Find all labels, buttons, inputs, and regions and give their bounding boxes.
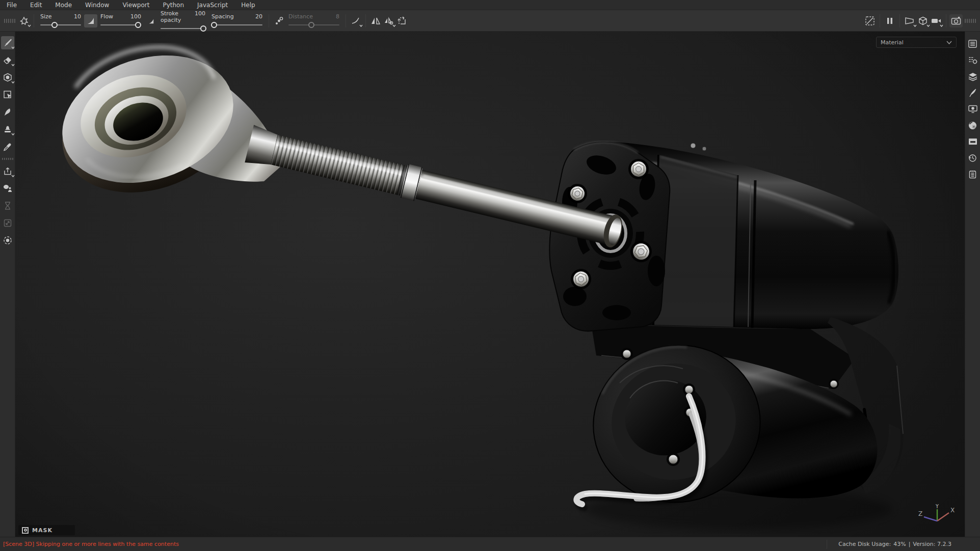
layers-icon xyxy=(968,72,977,81)
smudge-tool-button[interactable] xyxy=(1,105,14,119)
distance-value: 8 xyxy=(336,13,339,20)
flow-slider-knob[interactable] xyxy=(135,22,141,28)
toolbar-separator xyxy=(899,14,900,27)
lazy-mouse-button[interactable] xyxy=(349,14,362,27)
stroke-opacity-value: 100 xyxy=(195,10,205,23)
log-icon xyxy=(969,170,976,179)
toolbar-separator-dots xyxy=(2,157,13,160)
material-picker-tool-button[interactable] xyxy=(1,140,14,153)
mask-badge-label: MASK xyxy=(32,527,52,534)
bracket-bolt xyxy=(830,380,837,388)
camera-view-button[interactable] xyxy=(930,14,943,27)
stroke-falloff-button[interactable] xyxy=(144,14,157,27)
uv-reprojection-button[interactable] xyxy=(395,14,409,27)
x-axis-label: X xyxy=(950,507,955,514)
particles-tool-button xyxy=(1,199,14,212)
menu-file[interactable]: File xyxy=(0,0,23,10)
menu-edit[interactable]: Edit xyxy=(23,0,48,10)
history-clock-icon xyxy=(968,154,977,162)
shader-settings-panel-button[interactable] xyxy=(967,119,979,131)
chevron-down-icon xyxy=(11,81,15,84)
eyedropper-icon xyxy=(3,143,12,151)
assets-panel-button[interactable] xyxy=(967,87,979,99)
screenshot-button[interactable] xyxy=(949,14,963,27)
texture-set-list-panel-button[interactable] xyxy=(967,38,979,50)
paint-tool-button[interactable] xyxy=(1,36,14,49)
scale-viewport-tool-button xyxy=(1,216,14,230)
hourglass-icon xyxy=(4,201,12,210)
axis-gizmo: Y X Z xyxy=(917,504,957,531)
resources-updater-button[interactable] xyxy=(1,234,14,247)
video-camera-icon xyxy=(931,17,941,24)
rod-end-bearing xyxy=(45,35,281,214)
flow-label: Flow xyxy=(100,13,113,20)
distance-slider-track xyxy=(288,22,339,28)
toolbar-separator xyxy=(880,14,880,27)
layers-panel-button[interactable] xyxy=(967,70,979,82)
clone-tool-button[interactable] xyxy=(1,123,14,136)
polygon-fill-icon xyxy=(3,90,12,99)
chevron-down-icon xyxy=(11,133,15,135)
spacing-label: Spacing xyxy=(211,13,234,20)
photo-camera-icon xyxy=(951,16,961,25)
texture-set-settings-icon xyxy=(968,56,977,64)
3d-viewport-canvas[interactable] xyxy=(15,32,965,537)
cache-disk-usage-value: 43% xyxy=(893,541,906,547)
brush-falloff-preset-button[interactable] xyxy=(84,14,97,27)
menu-viewport[interactable]: Viewport xyxy=(116,0,156,10)
symmetry-button[interactable] xyxy=(369,14,382,27)
brush-toolbar: Size10 Flow100 Stroke opacity100 Spacing… xyxy=(0,10,980,32)
flow-slider-track[interactable] xyxy=(100,22,141,28)
menu-python[interactable]: Python xyxy=(156,0,191,10)
3d-viewport[interactable]: Material MASK Y X Z xyxy=(15,32,965,537)
size-slider-knob[interactable] xyxy=(51,22,58,28)
eraser-tool-button[interactable] xyxy=(1,53,14,67)
dock-drag-handle[interactable] xyxy=(965,19,976,23)
2d-view-panel-button[interactable] xyxy=(967,135,979,148)
spacing-slider[interactable]: Spacing20 xyxy=(211,13,262,28)
flow-slider[interactable]: Flow100 xyxy=(100,13,141,28)
shader-settings-icon xyxy=(968,121,977,130)
spacing-slider-knob[interactable] xyxy=(211,22,217,28)
menu-window[interactable]: Window xyxy=(78,0,116,10)
stroke-opacity-slider-knob[interactable] xyxy=(200,25,206,32)
menu-javascript[interactable]: JavaScript xyxy=(191,0,234,10)
stroke-opacity-slider-track[interactable] xyxy=(161,25,205,32)
projection-tool-button[interactable] xyxy=(1,71,14,84)
mask-icon xyxy=(22,527,29,534)
outline-toggle-button[interactable] xyxy=(863,14,877,27)
smart-material-tool-button[interactable] xyxy=(1,182,14,195)
pause-icon xyxy=(887,17,893,24)
brush-alpha-stamp-button[interactable] xyxy=(17,14,31,27)
log-panel-button[interactable] xyxy=(967,168,979,180)
viewport-material-dropdown[interactable]: Material xyxy=(876,37,957,48)
3d-model-linear-actuator xyxy=(45,35,904,530)
display-settings-panel-button[interactable] xyxy=(967,103,979,115)
menu-help[interactable]: Help xyxy=(234,0,261,10)
texture-set-settings-panel-button[interactable] xyxy=(967,54,979,66)
size-label: Size xyxy=(40,13,52,20)
stroke-opacity-slider[interactable]: Stroke opacity100 xyxy=(161,10,205,32)
chevron-down-icon xyxy=(11,46,15,49)
distance-slider-knob xyxy=(308,22,314,28)
menu-mode[interactable]: Mode xyxy=(48,0,78,10)
smart-material-icon xyxy=(3,184,13,193)
outline-crossed-icon xyxy=(865,16,875,26)
polygon-fill-tool-button[interactable] xyxy=(1,88,14,101)
size-slider[interactable]: Size10 xyxy=(40,13,81,28)
spacing-slider-track[interactable] xyxy=(211,22,262,28)
viewport-display-mode-button[interactable] xyxy=(916,14,930,27)
material-dropdown-value: Material xyxy=(881,39,904,46)
chevron-down-icon xyxy=(359,24,363,27)
smudge-icon xyxy=(4,107,12,117)
size-slider-track[interactable] xyxy=(40,22,81,28)
toolbar-separator xyxy=(946,14,946,27)
scatter-button[interactable] xyxy=(272,14,285,27)
perspective-view-button[interactable] xyxy=(903,14,916,27)
symmetry-settings-button[interactable] xyxy=(382,14,395,27)
pause-engine-button[interactable] xyxy=(883,14,896,27)
history-panel-button[interactable] xyxy=(967,152,979,164)
toolbar-drag-handle[interactable] xyxy=(4,19,15,23)
export-resources-tool-button[interactable] xyxy=(1,164,14,178)
version-label: Version: 7.2.3 xyxy=(913,541,951,547)
